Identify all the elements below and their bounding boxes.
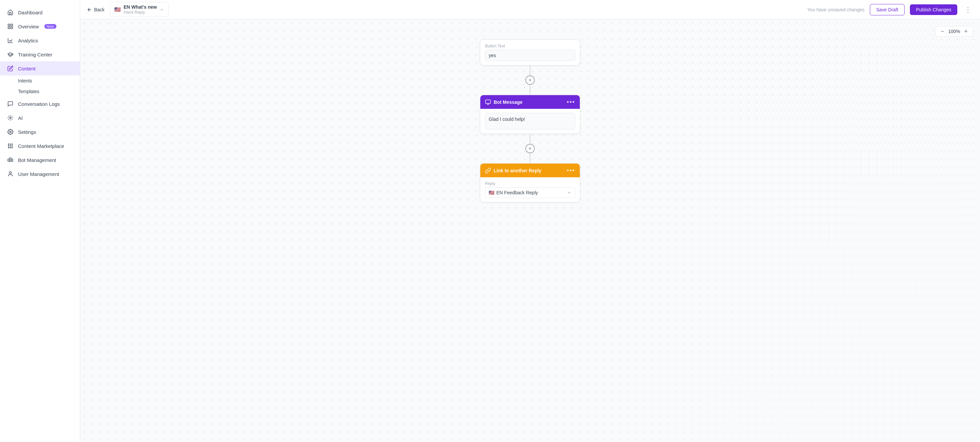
connector-2 — [530, 85, 530, 95]
bot-icon — [7, 156, 14, 164]
sidebar-item-training-center[interactable]: Training Center — [0, 48, 80, 61]
selector-sub-label: Intent Reply — [124, 10, 157, 15]
svg-point-7 — [10, 144, 11, 145]
sidebar-item-ai[interactable]: AI — [0, 111, 80, 125]
new-badge: New — [45, 24, 56, 29]
sidebar-label-intents: Intents — [18, 78, 32, 83]
back-arrow-icon — [87, 7, 92, 12]
sidebar: Dashboard Overview New Analytics Trainin… — [0, 0, 80, 442]
bot-message-icon — [485, 99, 491, 105]
sidebar-label-content-marketplace: Content Marketplace — [18, 143, 64, 149]
unsaved-changes-text: You have unsaved changes — [807, 7, 864, 12]
reply-chevron-icon — [567, 190, 571, 195]
svg-rect-19 — [486, 100, 491, 103]
publish-button[interactable]: Publish Changes — [910, 4, 957, 15]
sidebar-item-content[interactable]: Content — [0, 61, 80, 75]
sidebar-item-intents[interactable]: Intents — [0, 75, 80, 86]
svg-rect-2 — [8, 27, 10, 29]
svg-point-5 — [10, 131, 11, 133]
sidebar-label-dashboard: Dashboard — [18, 10, 42, 15]
gear-icon — [7, 128, 14, 135]
zoom-in-button[interactable]: + — [963, 29, 969, 34]
sidebar-label-templates: Templates — [18, 89, 40, 94]
button-text-node: Button Text — [480, 40, 580, 65]
sidebar-item-user-management[interactable]: User Management — [0, 167, 80, 181]
link-reply-header-left: Link to another Reply — [485, 168, 541, 173]
more-options-button[interactable]: ⋮ — [963, 4, 973, 15]
graduation-icon — [7, 51, 14, 58]
sidebar-label-conversation-logs: Conversation Logs — [18, 101, 60, 107]
home-icon — [7, 9, 14, 16]
chart-icon — [7, 37, 14, 44]
back-button[interactable]: Back — [87, 7, 105, 12]
flag-icon: 🇺🇸 — [114, 6, 121, 13]
bot-message-title: Bot Message — [494, 100, 522, 105]
sidebar-label-content: Content — [18, 66, 36, 72]
reply-value: EN Feedback Reply — [496, 190, 538, 195]
add-node-button-2[interactable]: + — [525, 144, 535, 153]
sidebar-label-training-center: Training Center — [18, 52, 52, 57]
svg-point-15 — [10, 158, 11, 160]
bot-message-body: Glad I could help! — [480, 109, 580, 134]
button-text-input[interactable] — [485, 50, 575, 61]
link-reply-node: Link to another Reply ••• Reply 🇺🇸 EN Fe… — [480, 163, 580, 202]
sidebar-label-bot-management: Bot Management — [18, 157, 56, 163]
sidebar-item-dashboard[interactable]: Dashboard — [0, 5, 80, 19]
button-text-node-body: Button Text — [480, 40, 580, 65]
bot-message-node: Bot Message ••• Glad I could help! — [480, 95, 580, 134]
ai-icon — [7, 114, 14, 121]
link-reply-header: Link to another Reply ••• — [480, 164, 580, 177]
svg-point-6 — [8, 144, 9, 145]
message-icon — [7, 100, 14, 108]
connector-4 — [530, 153, 530, 163]
bot-message-content: Glad I could help! — [485, 113, 575, 130]
link-reply-more-button[interactable]: ••• — [567, 167, 575, 174]
link-reply-body: Reply 🇺🇸 EN Feedback Reply — [480, 177, 580, 202]
sidebar-item-bot-management[interactable]: Bot Management — [0, 153, 80, 167]
sidebar-label-user-management: User Management — [18, 171, 59, 177]
reply-flag: 🇺🇸 — [488, 190, 494, 195]
reply-selector[interactable]: 🇺🇸 EN Feedback Reply — [485, 187, 575, 198]
add-node-button-1[interactable]: + — [525, 75, 535, 85]
flow-container: Button Text + Bot Message — [94, 33, 967, 202]
svg-point-17 — [11, 160, 12, 161]
zoom-level: 100% — [948, 29, 960, 34]
back-label: Back — [94, 7, 105, 12]
svg-point-12 — [8, 147, 9, 148]
sidebar-label-analytics: Analytics — [18, 38, 38, 43]
sidebar-label-settings: Settings — [18, 129, 36, 135]
svg-rect-1 — [11, 24, 13, 26]
svg-point-13 — [10, 147, 11, 148]
sidebar-item-overview[interactable]: Overview New — [0, 19, 80, 33]
user-icon — [7, 170, 14, 178]
svg-point-18 — [10, 172, 11, 173]
sidebar-item-settings[interactable]: Settings — [0, 125, 80, 139]
sidebar-item-content-marketplace[interactable]: Content Marketplace — [0, 139, 80, 153]
sidebar-item-templates[interactable]: Templates — [0, 86, 80, 97]
reply-selector-dropdown[interactable]: 🇺🇸 EN What's new Intent Reply — [110, 2, 169, 17]
flow-canvas[interactable]: − 100% + Button Text + — [80, 19, 980, 442]
sidebar-item-analytics[interactable]: Analytics — [0, 33, 80, 48]
sidebar-label-overview: Overview — [18, 24, 39, 29]
svg-point-11 — [12, 146, 12, 146]
link-reply-title: Link to another Reply — [494, 168, 541, 173]
sidebar-item-conversation-logs[interactable]: Conversation Logs — [0, 97, 80, 111]
topbar: Back 🇺🇸 EN What's new Intent Reply You h… — [80, 0, 980, 19]
svg-rect-0 — [8, 24, 10, 26]
svg-point-10 — [10, 146, 11, 146]
svg-point-4 — [10, 117, 11, 119]
zoom-out-button[interactable]: − — [939, 29, 946, 34]
bot-message-header-left: Bot Message — [485, 99, 522, 105]
sidebar-label-ai: AI — [18, 115, 23, 121]
svg-point-8 — [12, 144, 12, 145]
bot-message-more-button[interactable]: ••• — [567, 99, 575, 105]
selector-text-group: EN What's new Intent Reply — [124, 4, 157, 15]
save-draft-button[interactable]: Save Draft — [870, 4, 905, 15]
svg-rect-3 — [11, 27, 13, 29]
grid-icon — [7, 23, 14, 30]
chevron-down-icon — [159, 7, 164, 12]
zoom-controls: − 100% + — [935, 26, 973, 37]
svg-point-14 — [12, 147, 12, 148]
svg-point-16 — [9, 160, 10, 161]
connector-3 — [530, 134, 530, 144]
